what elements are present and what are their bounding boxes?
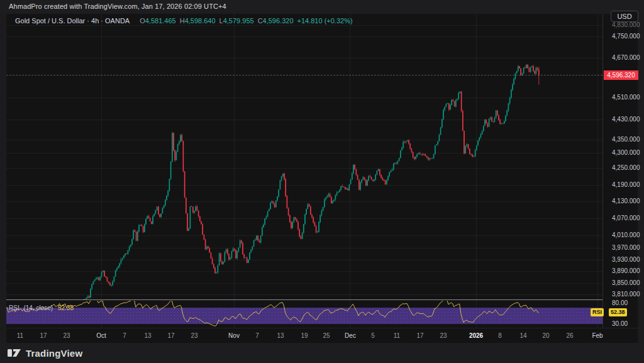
change-value: +14.810 (+0.32%) [297,17,353,25]
last-price-tag: 4,596.320 [604,70,638,80]
rsi-axis-label: 30.00 [612,320,628,327]
rsi-params: (14, close) [23,304,53,311]
price-axis-label: 4,430.000 [612,116,640,123]
price-axis-label: 4,190.000 [612,181,640,188]
price-axis-label: 3,890.000 [612,267,640,274]
time-axis-label: 23 [440,332,447,339]
price-axis-label: 4,670.000 [612,54,640,61]
price-axis-label: 3,970.000 [612,244,640,251]
price-axis-label: 3,810.000 [612,291,640,298]
time-axis-label: 5 [371,332,375,339]
time-axis-label: 13 [277,332,284,339]
price-axis-label: 3,930.000 [612,256,640,263]
high-label: H [180,17,185,25]
price-axis-label: 4,350.000 [612,136,640,143]
price-axis-label: 4,250.000 [612,164,640,171]
time-axis-label: Dec [345,332,356,339]
time-axis-label: 17 [416,332,423,339]
open-label: O [140,17,145,25]
pane-separator[interactable] [6,299,602,300]
price-axis-label: 4,130.000 [612,198,640,204]
time-axis-label: 17 [167,332,174,339]
high-value: 4,598.640 [185,17,216,25]
time-axis-label: 11 [394,332,400,339]
candlestick-pane[interactable] [6,14,602,299]
time-axis-label: 23 [63,332,70,339]
time-axis[interactable]: 111723Oct7131723Nov7131925Dec51117232026… [6,328,638,343]
rsi-plot [6,301,602,328]
currency-button[interactable]: USD [611,11,638,22]
low-value: 4,579.955 [223,17,254,25]
time-axis-label: 11 [17,332,23,339]
attribution-bar: AhmadPro created with TradingView.com, J… [0,0,644,14]
price-axis-label: 4,830.000 [612,21,640,28]
rsi-name: RSI [9,304,19,311]
close-label: C [258,17,263,25]
rsi-axis-label: 80.00 [612,299,628,306]
time-axis-label: 13 [144,332,151,339]
price-axis-label: 3,850.000 [612,279,640,286]
time-axis-label: 17 [40,332,47,339]
last-price-line [6,75,602,75]
rsi-value-tag: 52.38 [609,308,627,316]
close-value: 4,596.320 [263,17,294,25]
time-axis-label: 25 [323,332,330,339]
footer-bar: TradingView [0,343,644,363]
rsi-value: 52.38 [58,304,74,311]
time-axis-label: 8 [498,332,502,339]
time-axis-label: Nov [228,332,240,339]
tradingview-logo-text: TradingView [26,348,82,359]
time-axis-label: 7 [255,332,259,339]
time-axis-label: 20 [542,332,549,339]
time-axis-label: 19 [301,332,308,339]
rsi-pane[interactable]: RSI (14, close) 52.38 [6,301,602,328]
time-axis-label: 7 [123,332,126,339]
symbol-legend[interactable]: Gold Spot / U.S. Dollar · 4h · OANDAO4,5… [15,17,353,25]
open-value: 4,581.465 [145,17,176,25]
rsi-name-tag: RSI [591,308,604,316]
price-axis-label: 4,510.000 [612,94,640,101]
price-axis[interactable]: USD 4,596.320 4,830.0004,750.0004,670.00… [602,14,638,328]
tradingview-snapshot: AhmadPro created with TradingView.com, J… [0,0,644,363]
tradingview-logo-icon [8,347,21,359]
time-axis-label: Oct [96,332,106,339]
time-axis-label: Feb [592,332,602,339]
price-axis-label: 4,300.000 [612,149,640,156]
rsi-legend[interactable]: RSI (14, close) 52.38 [9,304,74,311]
time-axis-label: 2026 [469,332,483,339]
time-axis-label: 26 [566,332,573,339]
attribution-text: AhmadPro created with TradingView.com, J… [9,3,226,10]
time-axis-label: 14 [519,332,526,339]
price-axis-label: 4,070.000 [612,215,640,221]
chart-panel: RSI (14, close) 52.38 Gold Spot / U.S. D… [6,14,638,343]
price-axis-label: 4,750.000 [612,33,640,40]
price-axis-label: 4,010.000 [612,232,640,238]
time-axis-label: 23 [191,332,197,339]
tradingview-logo[interactable]: TradingView [8,347,82,359]
symbol-title: Gold Spot / U.S. Dollar · 4h · OANDA [15,17,130,25]
